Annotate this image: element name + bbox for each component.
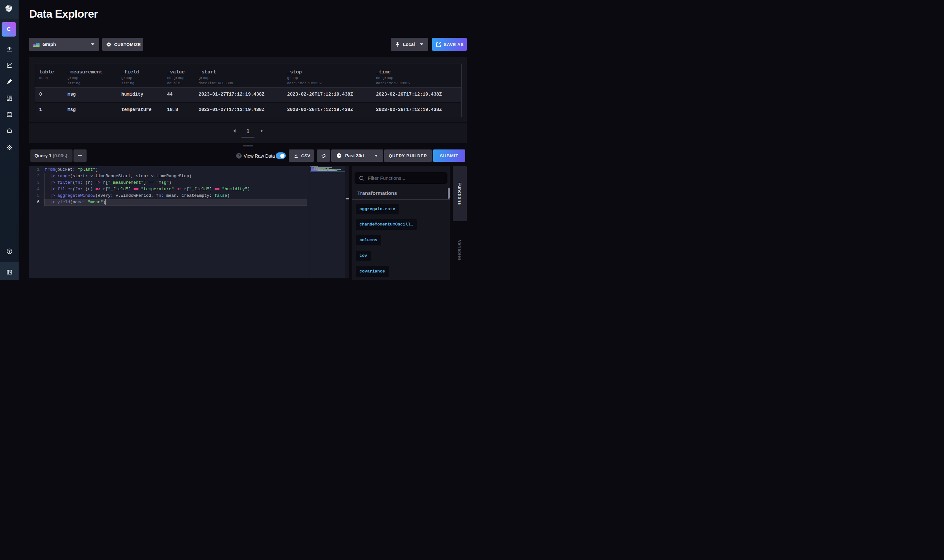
svg-text:?: ? xyxy=(8,249,10,253)
